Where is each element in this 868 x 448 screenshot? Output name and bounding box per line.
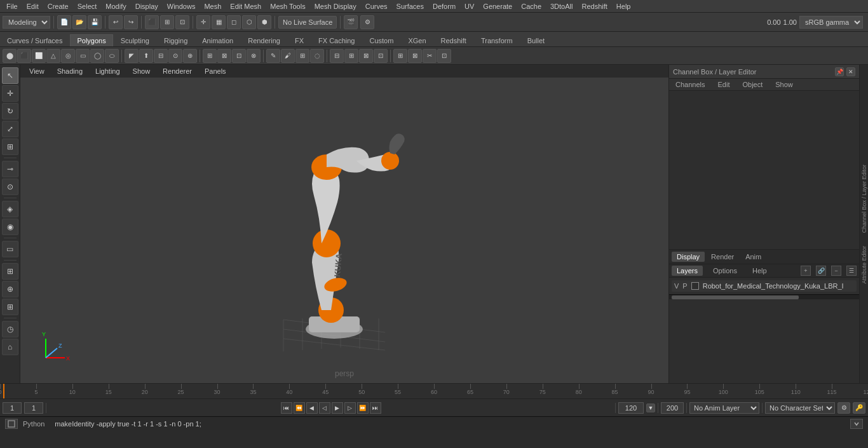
subdiv-btn[interactable]: ⊞ xyxy=(344,49,358,63)
menu-generate[interactable]: Generate xyxy=(479,1,516,11)
menu-modify[interactable]: Modify xyxy=(102,1,130,11)
menu-mesh-tools[interactable]: Mesh Tools xyxy=(266,1,309,11)
deselect-btn[interactable]: ◻ xyxy=(227,15,241,29)
fill-hole-btn[interactable]: ⊙ xyxy=(168,49,182,63)
menu-uv[interactable]: UV xyxy=(461,1,478,11)
frame-max-input[interactable] xyxy=(661,402,684,414)
cylinder-btn[interactable]: ⬜ xyxy=(32,49,46,63)
channel-box-close-btn[interactable]: ✕ xyxy=(846,67,855,76)
anim-settings-btn[interactable]: ⚙ xyxy=(837,402,850,414)
redo-btn[interactable]: ↪ xyxy=(124,15,138,29)
menu-cache[interactable]: Cache xyxy=(517,1,545,11)
step-fwd-btn[interactable]: ⏩ xyxy=(357,402,369,414)
tab-polygons[interactable]: Polygons xyxy=(70,34,112,46)
separate-btn[interactable]: ⊠ xyxy=(217,49,231,63)
layer-tab-help[interactable]: Help xyxy=(747,266,772,276)
layer-p-indicator[interactable]: P xyxy=(682,282,687,290)
anim-layer-select[interactable]: No Anim Layer xyxy=(689,402,759,414)
layer-link-btn[interactable]: 🔗 xyxy=(816,266,826,276)
add-btns1[interactable]: ⊕ xyxy=(2,281,18,297)
menu-redshift[interactable]: Redshift xyxy=(578,1,611,11)
menu-help[interactable]: Help xyxy=(613,1,635,11)
menu-mesh-display[interactable]: Mesh Display xyxy=(311,1,360,11)
layer-add-btn[interactable]: + xyxy=(801,266,811,276)
menu-edit[interactable]: Edit xyxy=(23,1,43,11)
layer-delete-btn[interactable]: − xyxy=(831,266,841,276)
tab-fx[interactable]: FX xyxy=(288,34,311,46)
panel-label-channel-box[interactable]: Channel Box / Layer Editor xyxy=(861,165,867,233)
channel-scrollbar[interactable] xyxy=(669,294,859,299)
ch-sub-tab-anim[interactable]: Anim xyxy=(740,252,766,262)
lasso-select-btn[interactable]: ⊸ xyxy=(2,161,18,177)
extract-btn[interactable]: ⊡ xyxy=(232,49,246,63)
ch-tab-edit[interactable]: Edit xyxy=(711,79,736,90)
layer-tab-options[interactable]: Options xyxy=(708,266,742,276)
append-poly-btn[interactable]: ⊕ xyxy=(183,49,197,63)
uv-layout-btn[interactable]: ⊠ xyxy=(408,49,422,63)
ch-tab-object[interactable]: Object xyxy=(736,79,769,90)
channel-scroll-thumb[interactable] xyxy=(672,295,799,299)
menu-deform[interactable]: Deform xyxy=(429,1,459,11)
viewport-lighting-menu[interactable]: Lighting xyxy=(92,66,124,76)
new-file-btn[interactable]: 📄 xyxy=(57,15,71,29)
sculpt-btn[interactable]: ✎ xyxy=(266,49,280,63)
soften-btn[interactable]: ◌ xyxy=(310,49,324,63)
select-tool-btn[interactable]: ↖ xyxy=(2,67,18,84)
paint-btn[interactable]: 🖌 xyxy=(281,49,295,63)
remesh-btn[interactable]: ⊡ xyxy=(374,49,388,63)
layer-tab-layers[interactable]: Layers xyxy=(672,266,703,276)
tab-xgen[interactable]: XGen xyxy=(401,34,433,46)
frame-current-input[interactable] xyxy=(24,402,43,414)
ch-tab-show[interactable]: Show xyxy=(769,79,799,90)
frame-start-input[interactable] xyxy=(3,402,22,414)
crease-btn[interactable]: ⊟ xyxy=(330,49,344,63)
add-btns2[interactable]: ⊞ xyxy=(2,299,18,315)
home-btn[interactable]: ⌂ xyxy=(2,339,18,355)
tab-sculpting[interactable]: Sculpting xyxy=(114,34,156,46)
torus-btn[interactable]: ◎ xyxy=(61,49,75,63)
capsule-btn[interactable]: ⬭ xyxy=(105,49,119,63)
menu-select[interactable]: Select xyxy=(74,1,101,11)
menu-file[interactable]: File xyxy=(3,1,22,11)
anim-keys-btn[interactable]: 🔑 xyxy=(853,402,865,414)
menu-edit-mesh[interactable]: Edit Mesh xyxy=(226,1,265,11)
tab-fx-caching[interactable]: FX Caching xyxy=(311,34,362,46)
combine-btn[interactable]: ⊞ xyxy=(203,49,217,63)
frame-end-range-input[interactable] xyxy=(618,402,644,414)
status-icon-btn[interactable] xyxy=(5,419,18,429)
tab-bullet[interactable]: Bullet xyxy=(520,34,552,46)
reduce-btn[interactable]: ⊠ xyxy=(359,49,373,63)
undo-btn[interactable]: ↩ xyxy=(109,15,123,29)
plane-btn[interactable]: ▭ xyxy=(76,49,90,63)
uv-sew-btn[interactable]: ⊡ xyxy=(437,49,451,63)
workspace-select[interactable]: Modeling xyxy=(3,16,50,29)
tab-curves-surfaces[interactable]: Curves / Surfaces xyxy=(0,34,69,46)
next-frame-btn[interactable]: ▷ xyxy=(344,402,356,414)
render-settings-btn[interactable]: ⚙ xyxy=(360,15,374,29)
menu-mesh[interactable]: Mesh xyxy=(200,1,225,11)
viewport[interactable]: View Shading Lighting Show Renderer Pane… xyxy=(20,65,668,383)
menu-surfaces[interactable]: Surfaces xyxy=(393,1,428,11)
play-back-btn[interactable]: ◁ xyxy=(319,402,330,414)
render-btn[interactable]: 🎬 xyxy=(344,15,358,29)
bevel-btn[interactable]: ◤ xyxy=(125,49,139,63)
status-right-btn[interactable] xyxy=(850,419,863,429)
menu-display[interactable]: Display xyxy=(132,1,162,11)
rotate-tool-btn[interactable]: ↻ xyxy=(2,103,18,119)
viewport-view-menu[interactable]: View xyxy=(25,66,48,76)
snap-grid-btn[interactable]: ⊞ xyxy=(160,15,174,29)
go-end-btn[interactable]: ⏭ xyxy=(370,402,381,414)
layer-color-swatch[interactable] xyxy=(691,282,699,290)
transform-btn[interactable]: ⬡ xyxy=(242,15,256,29)
select-all-btn[interactable]: ▦ xyxy=(212,15,226,29)
tab-rigging[interactable]: Rigging xyxy=(157,34,194,46)
menu-windows[interactable]: Windows xyxy=(163,1,200,11)
select-mode-btn[interactable]: ⬛ xyxy=(145,15,159,29)
viewport-panels-menu[interactable]: Panels xyxy=(201,66,230,76)
tab-transform[interactable]: Transform xyxy=(474,34,520,46)
menu-create[interactable]: Create xyxy=(44,1,72,11)
gamma-select[interactable]: sRGB gamma xyxy=(799,16,863,29)
channel-box-pin-btn[interactable]: 📌 xyxy=(835,67,844,76)
boolean-btn[interactable]: ⊗ xyxy=(247,49,261,63)
viewport-renderer-menu[interactable]: Renderer xyxy=(159,66,196,76)
